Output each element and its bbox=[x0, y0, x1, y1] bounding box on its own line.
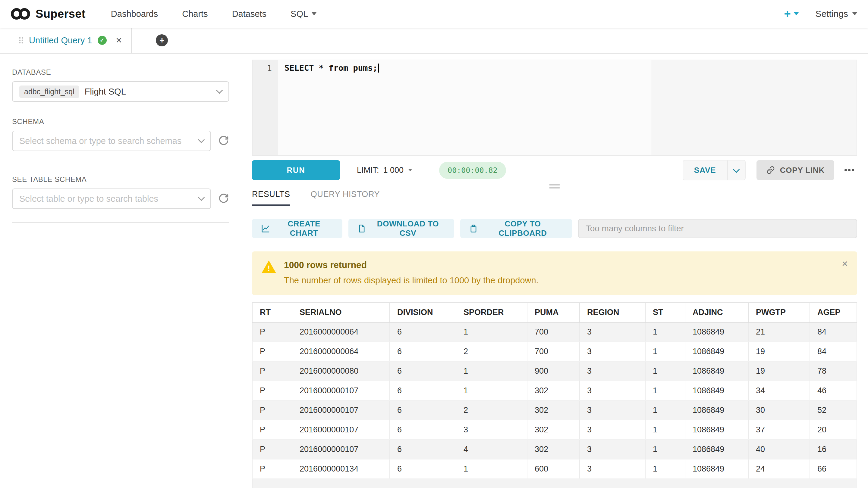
table-cell: P bbox=[252, 322, 292, 342]
table-cell: 600 bbox=[527, 459, 580, 479]
table-cell: 2016000000134 bbox=[292, 459, 390, 479]
nav-item-dashboards[interactable]: Dashboards bbox=[111, 9, 158, 19]
line-number: 1 bbox=[267, 64, 272, 73]
table-cell: 3 bbox=[580, 361, 645, 381]
column-header[interactable]: PWGTP bbox=[748, 303, 810, 322]
tab-query-history[interactable]: QUERY HISTORY bbox=[311, 190, 380, 206]
table-cell: 1 bbox=[456, 459, 527, 479]
brand[interactable]: Superset bbox=[10, 7, 86, 21]
table-cell: 24 bbox=[748, 459, 810, 479]
tab-results[interactable]: RESULTS bbox=[252, 190, 290, 206]
database-select[interactable]: adbc_flight_sql Flight SQL bbox=[12, 81, 229, 102]
run-button[interactable]: RUN bbox=[252, 160, 340, 180]
editor-code[interactable]: SELECT * from pums; bbox=[278, 60, 857, 155]
nav-item-sql[interactable]: SQL bbox=[290, 9, 316, 19]
query-tabstrip: Untitled Query 1 ✓ ✕ + bbox=[0, 28, 868, 54]
table-cell: 6 bbox=[390, 381, 456, 400]
table-cell: 1086849 bbox=[685, 459, 748, 479]
column-header[interactable]: RT bbox=[252, 303, 292, 322]
column-header[interactable]: SPORDER bbox=[456, 303, 527, 322]
table-cell: 6 bbox=[390, 400, 456, 420]
pane-resize-handle[interactable] bbox=[549, 184, 560, 189]
table-cell: 2016000000107 bbox=[292, 381, 390, 400]
alert-close-icon[interactable]: ✕ bbox=[842, 259, 848, 269]
drag-handle-icon[interactable] bbox=[19, 36, 24, 44]
table-cell: 1 bbox=[645, 440, 685, 459]
table-select[interactable]: Select table or type to search tables bbox=[12, 189, 211, 209]
query-tab-active[interactable]: Untitled Query 1 ✓ ✕ bbox=[10, 28, 132, 53]
chevron-down-icon bbox=[733, 166, 740, 173]
limit-dropdown[interactable]: LIMIT: 1 000 bbox=[357, 166, 413, 175]
table-cell: P bbox=[252, 440, 292, 459]
nav-item-charts[interactable]: Charts bbox=[182, 9, 208, 19]
table-cell: 1 bbox=[645, 381, 685, 400]
column-header[interactable]: SERIALNO bbox=[292, 303, 390, 322]
table-cell: 46 bbox=[810, 381, 857, 400]
table-row: P2016000000107643023110868494016 bbox=[252, 440, 857, 459]
chevron-down-icon bbox=[794, 13, 799, 15]
chevron-down-icon bbox=[408, 169, 412, 171]
column-header[interactable]: REGION bbox=[580, 303, 645, 322]
column-header[interactable]: AGEP bbox=[810, 303, 857, 322]
more-actions-button[interactable] bbox=[842, 166, 857, 174]
table-cell: 3 bbox=[580, 440, 645, 459]
column-header[interactable]: ST bbox=[645, 303, 685, 322]
table-cell: P bbox=[252, 400, 292, 420]
save-split-button: SAVE bbox=[683, 160, 746, 180]
column-header[interactable]: ADJINC bbox=[685, 303, 748, 322]
alert-message: The number of rows displayed is limited … bbox=[284, 275, 539, 286]
table-cell: 84 bbox=[810, 322, 857, 342]
results-actions: CREATE CHART DOWNLOAD TO CSV bbox=[252, 219, 857, 238]
chevron-down-icon bbox=[852, 13, 857, 15]
link-icon bbox=[766, 166, 775, 175]
table-cell: 3 bbox=[456, 420, 527, 440]
table-cell: 6 bbox=[390, 342, 456, 361]
table-cell: P bbox=[252, 342, 292, 361]
save-button[interactable]: SAVE bbox=[683, 161, 727, 180]
table-row-partial bbox=[252, 479, 857, 488]
copy-link-button[interactable]: COPY LINK bbox=[756, 160, 834, 180]
table-row: P2016000000107633023110868493720 bbox=[252, 420, 857, 440]
table-cell: P bbox=[252, 459, 292, 479]
create-chart-button[interactable]: CREATE CHART bbox=[252, 219, 343, 238]
table-cell: 6 bbox=[390, 440, 456, 459]
copy-clipboard-button[interactable]: COPY TO CLIPBOARD bbox=[460, 219, 572, 238]
table-cell: 3 bbox=[580, 420, 645, 440]
table-cell: 302 bbox=[527, 400, 580, 420]
table-cell: 84 bbox=[810, 342, 857, 361]
refresh-tables-icon[interactable] bbox=[218, 193, 229, 204]
add-tab-button[interactable]: + bbox=[156, 34, 168, 46]
download-csv-button[interactable]: DOWNLOAD TO CSV bbox=[348, 219, 454, 238]
table-cell: 1086849 bbox=[685, 361, 748, 381]
sql-editor[interactable]: 1 SELECT * from pums; bbox=[252, 59, 857, 156]
table-schema-label: SEE TABLE SCHEMA bbox=[12, 175, 229, 184]
new-item-menu[interactable]: + bbox=[784, 7, 798, 21]
table-cell: 6 bbox=[390, 420, 456, 440]
save-dropdown-button[interactable] bbox=[727, 161, 745, 180]
results-table: RT SERIALNO DIVISION SPORDER PUMA REGION… bbox=[252, 302, 857, 479]
database-label: DATABASE bbox=[12, 68, 229, 76]
results-tabs: RESULTS QUERY HISTORY bbox=[252, 190, 857, 206]
plus-icon: + bbox=[784, 7, 791, 21]
schema-select[interactable]: Select schema or type to search schemas bbox=[12, 131, 211, 151]
results-filter-input[interactable] bbox=[578, 219, 857, 238]
content-layout: DATABASE adbc_flight_sql Flight SQL SCHE… bbox=[0, 54, 868, 492]
table-cell: 40 bbox=[748, 440, 810, 459]
refresh-schemas-icon[interactable] bbox=[218, 136, 229, 146]
chevron-down-icon bbox=[198, 137, 205, 143]
table-cell: 34 bbox=[748, 381, 810, 400]
table-cell: 1 bbox=[645, 322, 685, 342]
settings-menu[interactable]: Settings bbox=[816, 9, 857, 19]
column-header[interactable]: PUMA bbox=[527, 303, 580, 322]
table-cell: 3 bbox=[580, 400, 645, 420]
close-tab-icon[interactable]: ✕ bbox=[116, 36, 122, 45]
limit-value: 1 000 bbox=[383, 166, 404, 175]
query-tab-label: Untitled Query 1 bbox=[29, 35, 92, 46]
nav-item-datasets[interactable]: Datasets bbox=[232, 9, 266, 19]
rows-returned-alert: ! 1000 rows returned The number of rows … bbox=[252, 251, 857, 295]
table-cell: 1086849 bbox=[685, 322, 748, 342]
table-cell: 700 bbox=[527, 342, 580, 361]
column-header[interactable]: DIVISION bbox=[390, 303, 456, 322]
table-cell: 1086849 bbox=[685, 440, 748, 459]
superset-sql-lab: Superset Dashboards Charts Datasets SQL … bbox=[0, 0, 868, 492]
